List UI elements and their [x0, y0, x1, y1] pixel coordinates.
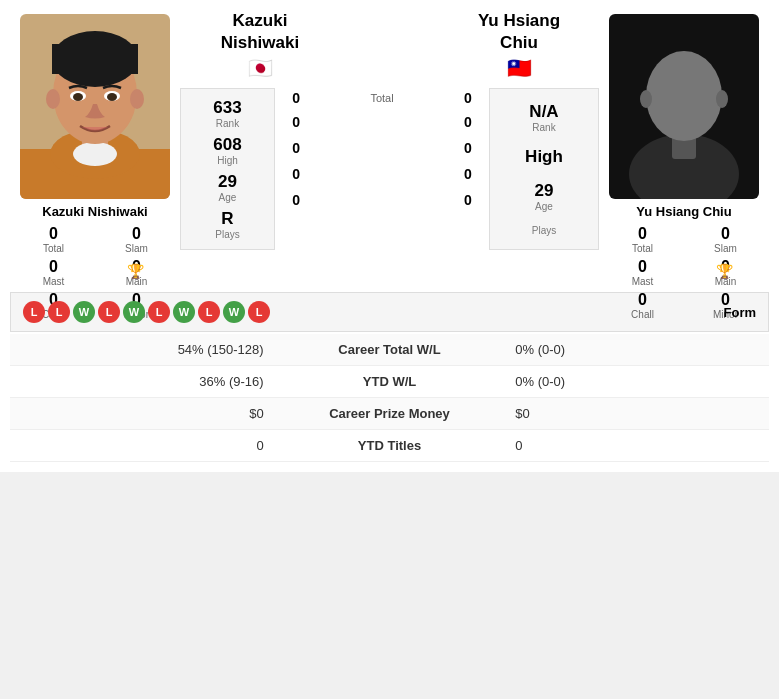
right-slam-label: Slam [686, 243, 765, 254]
right-rank-stat: N/A Rank [529, 102, 558, 133]
left-trophy-icon: 🏆 [127, 262, 144, 280]
svg-rect-7 [52, 44, 138, 74]
indoor-badge: Indoor [304, 164, 460, 184]
mid-names-row: Kazuki Nishiwaki 🇯🇵 Yu Hsiang Chiu 🇹🇼 [180, 10, 599, 80]
main-container: Kazuki Nishiwaki 0 Total 0 Slam 0 Mast 0… [0, 0, 779, 472]
left-name-block: Kazuki Nishiwaki 🇯🇵 [180, 10, 340, 80]
left-player-column: Kazuki Nishiwaki 0 Total 0 Slam 0 Mast 0… [10, 10, 180, 284]
right-name-block: Yu Hsiang Chiu 🇹🇼 [439, 10, 599, 80]
stats-right-1: 0% (0-0) [503, 366, 769, 398]
left-slam-stat: 0 Slam [97, 225, 176, 254]
left-plays-lbl: Plays [215, 229, 239, 240]
stats-right-0: 0% (0-0) [503, 334, 769, 366]
right-mast-label: Mast [603, 276, 682, 287]
grass-surface-row: 0 Grass 0 [280, 188, 484, 212]
left-name-line2: Nishiwaki [180, 32, 340, 54]
right-rank-lbl: Rank [529, 122, 558, 133]
left-rank-column: 633 Rank 608 High 29 Age R Plays [180, 88, 275, 250]
svg-point-11 [73, 93, 83, 101]
right-plays-lbl: Plays [532, 225, 556, 236]
svg-point-17 [646, 51, 722, 141]
right-player-column: Yu Hsiang Chiu 0 Total 0 Slam 0 Mast 0 M… [599, 10, 769, 284]
right-total-value: 0 [603, 225, 682, 243]
stats-row-1: 36% (9-16) YTD W/L 0% (0-0) [10, 366, 769, 398]
right-name-line1: Yu Hsiang [439, 10, 599, 32]
form-badge-l: L [248, 301, 270, 323]
right-rank-val: N/A [529, 102, 558, 122]
right-player-photo [609, 14, 759, 199]
left-flag: 🇯🇵 [180, 56, 340, 80]
stats-label-1: YTD W/L [276, 366, 504, 398]
grass-badge: Grass [304, 190, 460, 210]
stats-left-0: 54% (150-128) [10, 334, 276, 366]
right-player-silhouette [609, 14, 759, 199]
clay-right-score: 0 [464, 140, 484, 156]
stats-right-3: 0 [503, 430, 769, 462]
svg-point-8 [46, 89, 60, 109]
clay-surface-row: 0 Clay 0 [280, 136, 484, 160]
right-age-val: 29 [535, 181, 554, 201]
form-badge-l: L [23, 301, 45, 323]
svg-point-19 [716, 90, 728, 108]
form-badge-w: W [73, 301, 95, 323]
stats-left-3: 0 [10, 430, 276, 462]
left-age-lbl: Age [218, 192, 237, 203]
stats-right-2: $0 [503, 398, 769, 430]
right-plays-stat: Plays [532, 225, 556, 236]
left-high-val: 608 [213, 135, 241, 155]
right-flag: 🇹🇼 [439, 56, 599, 80]
clay-badge: Clay [304, 138, 460, 158]
hard-surface-row: 0 Hard 0 [280, 110, 484, 134]
left-slam-value: 0 [97, 225, 176, 243]
right-chall-label: Chall [603, 309, 682, 320]
total-left-score: 0 [280, 90, 300, 106]
stats-left-1: 36% (9-16) [10, 366, 276, 398]
right-mast-stat: 0 Mast [603, 258, 682, 287]
left-plays-val: R [215, 209, 239, 229]
left-high-lbl: High [213, 155, 241, 166]
grass-left-score: 0 [280, 192, 300, 208]
left-player-photo [20, 14, 170, 199]
stats-label-2: Career Prize Money [276, 398, 504, 430]
stats-left-2: $0 [10, 398, 276, 430]
right-slam-stat: 0 Slam [686, 225, 765, 254]
left-total-value: 0 [14, 225, 93, 243]
left-plays-stat: R Plays [215, 209, 239, 240]
left-rank-val: 633 [213, 98, 241, 118]
right-chall-value: 0 [603, 291, 682, 309]
form-badge-w: W [173, 301, 195, 323]
form-badge-l: L [48, 301, 70, 323]
right-chall-stat: 0 Chall [603, 291, 682, 320]
svg-point-9 [130, 89, 144, 109]
right-total-stat: 0 Total [603, 225, 682, 254]
grass-right-score: 0 [464, 192, 484, 208]
hard-right-score: 0 [464, 114, 484, 130]
indoor-surface-row: 0 Indoor 0 [280, 162, 484, 186]
stats-row-3: 0 YTD Titles 0 [10, 430, 769, 462]
right-age-lbl: Age [535, 201, 554, 212]
left-age-stat: 29 Age [218, 172, 237, 203]
indoor-left-score: 0 [280, 166, 300, 182]
stats-label-0: Career Total W/L [276, 334, 504, 366]
right-mast-value: 0 [603, 258, 682, 276]
form-badge-l: L [148, 301, 170, 323]
top-section: Kazuki Nishiwaki 0 Total 0 Slam 0 Mast 0… [10, 10, 769, 284]
right-name-line2: Chiu [439, 32, 599, 54]
middle-column: Kazuki Nishiwaki 🇯🇵 Yu Hsiang Chiu 🇹🇼 63… [180, 10, 599, 284]
right-age-stat: 29 Age [535, 181, 554, 212]
form-badge-l: L [198, 301, 220, 323]
right-high-val: High [525, 147, 563, 167]
right-total-label: Total [603, 243, 682, 254]
total-surface-row: 0 Total 0 [280, 88, 484, 108]
surfaces-column: 0 Total 0 0 Hard 0 0 Clay 0 [280, 88, 484, 250]
left-rank-stat: 633 Rank [213, 98, 241, 129]
right-slam-value: 0 [686, 225, 765, 243]
svg-point-18 [640, 90, 652, 108]
total-right-score: 0 [464, 90, 484, 106]
form-badge-w: W [223, 301, 245, 323]
right-rank-column: N/A Rank High 29 Age Plays [489, 88, 599, 250]
stats-row-0: 54% (150-128) Career Total W/L 0% (0-0) [10, 334, 769, 366]
stats-label-3: YTD Titles [276, 430, 504, 462]
svg-point-4 [73, 142, 117, 166]
right-high-stat: High [525, 147, 563, 167]
